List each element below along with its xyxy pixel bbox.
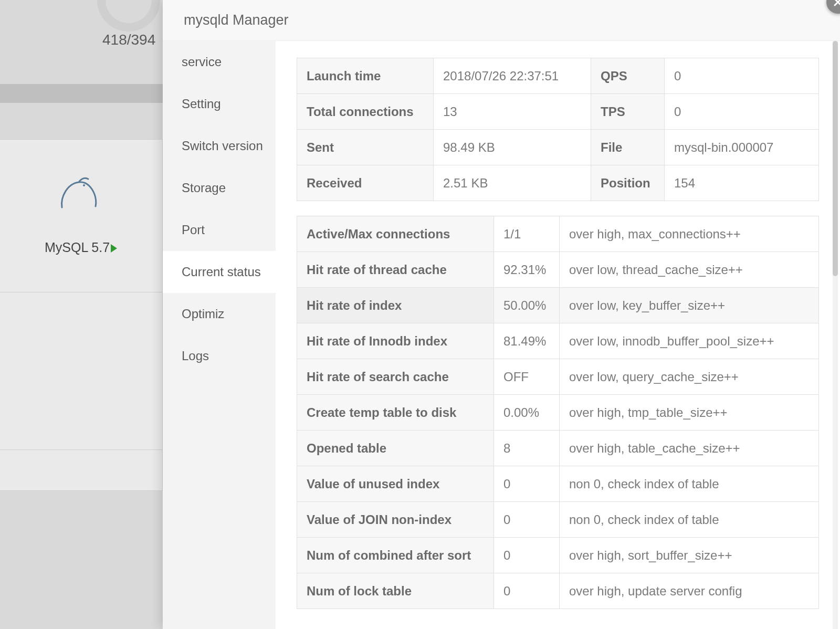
sidebar-item-service[interactable]: service: [163, 41, 276, 83]
table-row: Active/Max connections1/1over high, max_…: [297, 216, 819, 252]
table-row: Num of combined after sort0over high, so…: [297, 538, 819, 573]
status-value: 2018/07/26 22:37:51: [434, 58, 591, 94]
metric-value: OFF: [494, 359, 560, 395]
table-row: Total connections13TPS0: [297, 94, 819, 130]
status-label: File: [591, 130, 665, 165]
background-stripe: [0, 84, 163, 103]
table-row: Num of lock table0over high, update serv…: [297, 573, 819, 609]
metric-value: 0.00%: [494, 395, 560, 431]
sidebar-item-setting[interactable]: Setting: [163, 83, 276, 125]
gauge-ratio: 418/394: [102, 32, 155, 48]
metric-name: Active/Max connections: [297, 216, 494, 252]
metric-name: Num of lock table: [297, 573, 494, 609]
scrollbar-thumb[interactable]: [833, 41, 838, 276]
status-value: 2.51 KB: [434, 165, 591, 201]
table-row: Create temp table to disk0.00%over high,…: [297, 395, 819, 431]
status-value: 0: [665, 58, 819, 94]
metric-value: 0: [494, 466, 560, 502]
status-label: Launch time: [297, 58, 434, 94]
close-icon: [833, 0, 840, 7]
sidebar-item-optimiz[interactable]: Optimiz: [163, 293, 276, 335]
modal-sidebar: serviceSettingSwitch versionStoragePortC…: [163, 41, 276, 629]
status-label: Received: [297, 165, 434, 201]
metric-value: 0: [494, 538, 560, 573]
status-label: Sent: [297, 130, 434, 165]
mysql-version-label: MySQL 5.7: [45, 240, 117, 255]
sidebar-item-port[interactable]: Port: [163, 209, 276, 251]
mysqld-manager-modal: mysqld Manager serviceSettingSwitch vers…: [163, 0, 840, 629]
metric-name: Hit rate of index: [297, 288, 494, 323]
metric-value: 1/1: [494, 216, 560, 252]
metric-name: Value of unused index: [297, 466, 494, 502]
table-row: Value of unused index0non 0, check index…: [297, 466, 819, 502]
metric-hint: non 0, check index of table: [560, 502, 819, 538]
table-row: Sent98.49 KBFilemysql-bin.000007: [297, 130, 819, 165]
modal-title: mysqld Manager: [163, 0, 840, 41]
metric-value: 0: [494, 502, 560, 538]
metric-value: 8: [494, 431, 560, 466]
modal-content: Launch time2018/07/26 22:37:51QPS0Total …: [276, 41, 840, 629]
metric-hint: over high, tmp_table_size++: [560, 395, 819, 431]
metric-hint: over low, thread_cache_size++: [560, 252, 819, 288]
gauge-icon: [97, 0, 160, 32]
status-label: TPS: [591, 94, 665, 130]
metric-hint: over high, update server config: [560, 573, 819, 609]
table-row: Received2.51 KBPosition154: [297, 165, 819, 201]
status-value: 154: [665, 165, 819, 201]
table-row: Hit rate of thread cache92.31%over low, …: [297, 252, 819, 288]
metric-hint: over high, max_connections++: [560, 216, 819, 252]
status-label: Total connections: [297, 94, 434, 130]
table-row: Opened table8over high, table_cache_size…: [297, 431, 819, 466]
status-table: Launch time2018/07/26 22:37:51QPS0Total …: [297, 58, 819, 201]
svg-point-0: [83, 184, 85, 186]
status-label: QPS: [591, 58, 665, 94]
sidebar-item-switch-version[interactable]: Switch version: [163, 125, 276, 167]
metric-name: Opened table: [297, 431, 494, 466]
status-value: 13: [434, 94, 591, 130]
table-row: Hit rate of Innodb index81.49%over low, …: [297, 323, 819, 359]
metric-name: Hit rate of thread cache: [297, 252, 494, 288]
mysql-dolphin-icon: [58, 176, 100, 213]
metric-hint: over high, sort_buffer_size++: [560, 538, 819, 573]
metric-value: 0: [494, 573, 560, 609]
metric-hint: over low, query_cache_size++: [560, 359, 819, 395]
table-row: Hit rate of index50.00%over low, key_buf…: [297, 288, 819, 323]
table-row: Launch time2018/07/26 22:37:51QPS0: [297, 58, 819, 94]
status-value: 98.49 KB: [434, 130, 591, 165]
sidebar-item-storage[interactable]: Storage: [163, 167, 276, 209]
metric-hint: over low, key_buffer_size++: [560, 288, 819, 323]
status-value: mysql-bin.000007: [665, 130, 819, 165]
metric-value: 50.00%: [494, 288, 560, 323]
metric-name: Hit rate of Innodb index: [297, 323, 494, 359]
status-label: Position: [591, 165, 665, 201]
sidebar-item-current-status[interactable]: Current status: [163, 251, 276, 293]
metric-name: Num of combined after sort: [297, 538, 494, 573]
metric-name: Value of JOIN non-index: [297, 502, 494, 538]
metric-name: Hit rate of search cache: [297, 359, 494, 395]
metric-hint: over high, table_cache_size++: [560, 431, 819, 466]
table-row: Value of JOIN non-index0non 0, check ind…: [297, 502, 819, 538]
sidebar-item-logs[interactable]: Logs: [163, 335, 276, 377]
metric-value: 81.49%: [494, 323, 560, 359]
metric-name: Create temp table to disk: [297, 395, 494, 431]
metric-hint: over low, innodb_buffer_pool_size++: [560, 323, 819, 359]
play-icon: [111, 244, 117, 253]
table-row: Hit rate of search cacheOFFover low, que…: [297, 359, 819, 395]
scrollbar[interactable]: [833, 41, 838, 629]
status-value: 0: [665, 94, 819, 130]
metric-value: 92.31%: [494, 252, 560, 288]
metrics-table: Active/Max connections1/1over high, max_…: [297, 216, 819, 609]
metric-hint: non 0, check index of table: [560, 466, 819, 502]
